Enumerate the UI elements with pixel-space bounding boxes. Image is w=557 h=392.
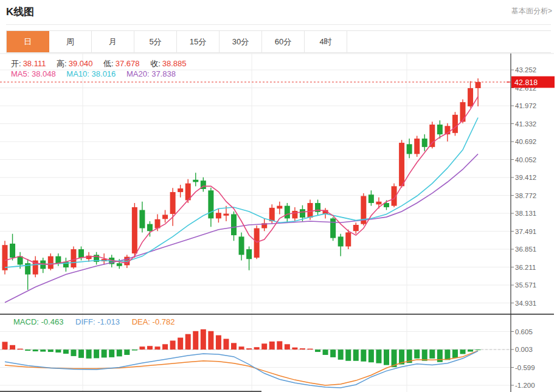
y-axis-label: 41.972 <box>515 102 536 109</box>
macd-bar <box>460 349 466 354</box>
macd-bar <box>155 346 161 349</box>
candle-body <box>460 102 466 122</box>
macd-bar <box>476 349 481 350</box>
y-axis-label: 0.003 <box>515 346 533 353</box>
candle[interactable] <box>33 256 38 278</box>
candle[interactable] <box>353 222 359 233</box>
candle[interactable] <box>399 140 404 187</box>
ma-info-bar: MA5: 38.048 MA10: 38.016 MA20: 37.838 <box>11 69 176 78</box>
macd-bar <box>368 349 374 362</box>
candle[interactable] <box>422 134 427 151</box>
macd-bar <box>315 349 320 352</box>
macd-bar <box>361 349 366 362</box>
candle[interactable] <box>139 202 145 233</box>
macd-bar <box>48 349 54 352</box>
y-axis-label: 38.131 <box>515 210 536 217</box>
candle-body <box>254 229 260 258</box>
macd-bar <box>429 349 435 359</box>
macd-bar <box>2 342 8 349</box>
candle[interactable] <box>94 252 99 265</box>
candle-body <box>277 206 282 209</box>
y-axis-label: 34.931 <box>515 300 536 307</box>
candle-body <box>231 214 237 235</box>
macd-bar <box>323 349 328 355</box>
candle[interactable] <box>55 253 61 266</box>
candle[interactable] <box>330 217 336 241</box>
candle-body <box>376 202 381 205</box>
candle[interactable] <box>132 203 137 258</box>
candle-body <box>300 209 305 218</box>
candle-body <box>178 188 183 192</box>
candle[interactable] <box>292 207 297 221</box>
candle[interactable] <box>10 234 15 261</box>
macd-bar <box>277 341 282 349</box>
y-axis-label: 43.252 <box>515 66 536 74</box>
candle-body <box>407 144 412 154</box>
macd-bar <box>300 348 305 349</box>
candle[interactable] <box>239 232 244 260</box>
macd-bar <box>231 343 237 349</box>
macd-histogram <box>0 329 511 367</box>
candle-body <box>345 232 351 246</box>
macd-bar <box>308 349 313 349</box>
candle[interactable] <box>285 203 290 222</box>
candle[interactable] <box>208 188 213 227</box>
candle[interactable] <box>40 258 46 273</box>
dea-label: DEA: <box>132 317 150 326</box>
ma20-value: 37.838 <box>151 69 176 78</box>
candle[interactable] <box>368 190 374 205</box>
candle[interactable] <box>162 210 168 223</box>
candle-body <box>368 194 374 203</box>
candle[interactable] <box>216 208 221 222</box>
low-label: 低: <box>103 59 114 68</box>
candle[interactable] <box>185 179 191 203</box>
macd-bar <box>63 349 69 354</box>
candle[interactable] <box>63 258 69 272</box>
macd-bar <box>25 349 30 351</box>
candle-body <box>10 244 15 258</box>
candle-body <box>292 211 297 218</box>
candle[interactable] <box>170 188 176 226</box>
candle[interactable] <box>429 122 435 148</box>
candle[interactable] <box>71 246 76 269</box>
close-value: 38.885 <box>162 59 187 68</box>
candle[interactable] <box>414 136 420 157</box>
y-axis-label: 41.332 <box>515 120 536 128</box>
macd-bar <box>422 349 427 361</box>
candle[interactable] <box>261 218 267 231</box>
ma20-label: MA20: <box>126 69 150 78</box>
ma10-label: MA10: <box>66 69 89 78</box>
y-axis-label: 35.571 <box>515 281 536 289</box>
candle-body <box>269 208 275 221</box>
candle[interactable] <box>231 211 237 241</box>
macd-bar <box>376 349 381 363</box>
candle[interactable] <box>476 78 481 106</box>
candle-body <box>452 115 458 133</box>
candle[interactable] <box>193 173 198 186</box>
candle-body <box>55 256 61 264</box>
candle-body <box>223 214 229 216</box>
candle[interactable] <box>48 253 54 270</box>
candle[interactable] <box>277 202 282 215</box>
macd-bar <box>452 349 458 358</box>
candle[interactable] <box>246 246 252 270</box>
macd-bar <box>384 349 389 365</box>
candle[interactable] <box>2 241 8 274</box>
candle-body <box>468 88 473 106</box>
macd-bar <box>109 349 114 357</box>
y-axis-label: 0.605 <box>515 328 533 335</box>
candle-body <box>330 218 336 238</box>
candle[interactable] <box>468 81 473 108</box>
candle[interactable] <box>201 177 206 192</box>
candle-body <box>117 263 122 266</box>
candle-body <box>246 249 252 259</box>
candle[interactable] <box>452 112 458 136</box>
candlestick-series <box>2 78 481 290</box>
open-value: 38.111 <box>23 59 46 68</box>
macd-bar <box>162 344 168 349</box>
macd-bar <box>239 346 244 349</box>
candle-body <box>193 180 198 182</box>
candle[interactable] <box>445 123 450 142</box>
candle[interactable] <box>338 234 344 256</box>
y-axis-label: 39.412 <box>515 174 536 181</box>
